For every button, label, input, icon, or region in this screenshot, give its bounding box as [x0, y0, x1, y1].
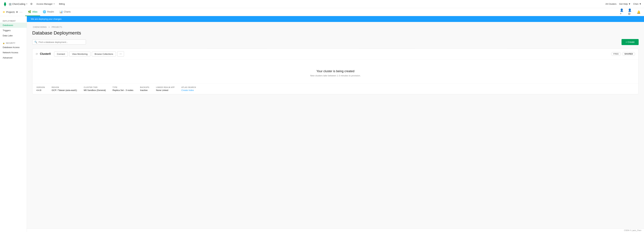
- databases-label: Databases: [3, 24, 13, 26]
- footer-backups: BACKUPS Inactive: [140, 86, 149, 92]
- user-menu[interactable]: Chen ▼: [633, 3, 641, 5]
- charts-tab-icon: 📊: [60, 10, 63, 13]
- deploy-banner: We are deploying your changes: [27, 16, 644, 22]
- realm-tab-label: Realm: [47, 10, 54, 13]
- project-selector[interactable]: 📁 Project1 ▼: [3, 11, 18, 13]
- tab-charts[interactable]: 📊 Charts: [57, 8, 73, 16]
- cluster-badges: FREE SHARED: [611, 52, 635, 56]
- loading-icon: ⟳: [36, 52, 38, 56]
- org-name[interactable]: 🏢 ChenCoding ▼: [9, 3, 28, 5]
- cluster-more-button[interactable]: ···: [117, 51, 124, 57]
- breadcrumb-org: CHENCODING: [33, 26, 47, 28]
- project-name-label: Project1: [6, 11, 15, 13]
- tab-realm[interactable]: 🌐 Realm: [40, 8, 56, 16]
- user-chevron-icon: ▼: [639, 3, 641, 5]
- cluster-body: Your cluster is being created New cluste…: [32, 59, 638, 84]
- mongodb-logo-icon: [3, 2, 8, 6]
- all-clusters-link[interactable]: All Clusters: [606, 3, 616, 5]
- page-title: Database Deployments: [32, 30, 639, 36]
- cluster-header: ⟳ Cluster0 Connect View Monitoring Brows…: [32, 49, 638, 59]
- charts-tab-label: Charts: [64, 10, 71, 13]
- get-help-label: Get Help: [619, 3, 628, 5]
- datalake-label: Data Lake: [3, 34, 12, 37]
- atlas-tab-label: Atlas: [32, 10, 38, 13]
- region-value: GCP / Taiwan (asia-east1): [52, 89, 77, 92]
- footer-atlas-search: ATLAS SEARCH Create Index: [182, 86, 196, 92]
- backups-label: BACKUPS: [140, 86, 149, 88]
- project-icon: 📁: [3, 11, 5, 13]
- connect-button[interactable]: Connect: [54, 52, 68, 56]
- cluster-card: ⟳ Cluster0 Connect View Monitoring Brows…: [32, 48, 639, 94]
- second-nav-right: 👤+ 👤⚙ 🔔: [620, 9, 641, 15]
- access-manager-nav[interactable]: Access Manager ▼: [35, 2, 56, 6]
- atlas-tab-icon: 🌿: [28, 10, 31, 13]
- deployment-section-title: DEPLOYMENT: [0, 19, 27, 23]
- org-chevron-icon: ▼: [26, 3, 28, 5]
- deployment-label: DEPLOYMENT: [3, 20, 16, 22]
- tab-atlas[interactable]: 🌿 Atlas: [25, 8, 40, 16]
- realm-tab-icon: 🌐: [43, 10, 46, 13]
- access-chevron-icon: ▼: [53, 3, 55, 5]
- atlas-search-label: ATLAS SEARCH: [182, 86, 196, 88]
- cluster-actions: Connect View Monitoring Browse Collectio…: [54, 51, 124, 57]
- sidebar-item-datalake[interactable]: Data Lake: [0, 33, 27, 38]
- linked-realm-label: LINKED REALM APP: [156, 86, 175, 88]
- view-monitoring-button[interactable]: View Monitoring: [69, 52, 90, 56]
- version-value: 4.4.8: [36, 89, 45, 92]
- tab-list: 🌿 Atlas 🌐 Realm 📊 Charts: [25, 8, 73, 16]
- cluster-tier-label: CLUSTER TIER: [84, 86, 106, 88]
- security-label: SECURITY: [6, 42, 16, 44]
- project-more-dots[interactable]: ⋯: [20, 10, 22, 14]
- sidebar-item-advanced[interactable]: Advanced: [0, 55, 27, 60]
- triggers-label: Triggers: [3, 29, 10, 32]
- sidebar-item-databases[interactable]: Databases: [0, 23, 27, 28]
- user-name-label: Chen: [633, 3, 638, 5]
- content-area: CHENCODING > PROJECT1 Database Deploymen…: [27, 22, 644, 98]
- lock-icon: 🔒: [3, 42, 5, 44]
- cluster-footer: VERSION 4.4.8 REGION GCP / Taiwan (asia-…: [32, 84, 638, 94]
- search-input[interactable]: [38, 41, 84, 43]
- version-label: VERSION: [36, 86, 45, 88]
- cluster-tier-value: M0 Sandbox (General): [84, 89, 106, 92]
- top-nav: 🏢 ChenCoding ▼ ⚙ Access Manager ▼ Billin…: [0, 0, 644, 8]
- shared-badge: SHARED: [622, 52, 635, 56]
- region-label: REGION: [52, 86, 77, 88]
- cluster-name: Cluster0: [40, 52, 51, 55]
- settings-icon[interactable]: ⚙: [29, 2, 34, 6]
- org-icon: 🏢: [9, 3, 12, 5]
- search-box[interactable]: 🔍: [32, 39, 86, 45]
- get-help-button[interactable]: Get Help ▼: [619, 3, 630, 5]
- org-name-label: ChenCoding: [12, 3, 25, 5]
- sidebar-item-triggers[interactable]: Triggers: [0, 28, 27, 33]
- network-access-label: Network Access: [3, 51, 18, 54]
- security-section-title: 🔒 SECURITY: [0, 41, 27, 45]
- cluster-creating-title: Your cluster is being created: [316, 70, 354, 73]
- project-chevron-icon: ▼: [16, 11, 18, 13]
- billing-label: Billing: [59, 3, 65, 5]
- billing-nav[interactable]: Billing: [58, 2, 66, 6]
- backups-value: Inactive: [140, 89, 149, 92]
- breadcrumb[interactable]: CHENCODING > PROJECT1: [32, 26, 639, 28]
- sidebar-item-database-access[interactable]: Database Access: [0, 45, 27, 50]
- notifications-icon[interactable]: 🔔: [636, 9, 641, 15]
- page-footer: CSDN © | jack_Chen: [27, 229, 644, 232]
- footer-text: CSDN © | jack_Chen: [624, 229, 641, 231]
- svg-rect-0: [5, 5, 5, 6]
- browse-collections-button[interactable]: Browse Collections: [92, 52, 116, 56]
- invite-user-icon[interactable]: 👤+: [620, 9, 625, 15]
- footer-type: TYPE Replica Set - 3 nodes: [112, 86, 133, 92]
- footer-region: REGION GCP / Taiwan (asia-east1): [52, 86, 77, 92]
- search-icon: 🔍: [34, 41, 37, 43]
- type-label: TYPE: [112, 86, 133, 88]
- breadcrumb-project: PROJECT1: [52, 26, 62, 28]
- sidebar-item-network-access[interactable]: Network Access: [0, 50, 27, 55]
- user-preferences-icon[interactable]: 👤⚙: [628, 9, 633, 15]
- linked-realm-value: None Linked: [156, 89, 175, 92]
- footer-cluster-tier: CLUSTER TIER M0 Sandbox (General): [84, 86, 106, 92]
- cluster-creating-subtitle: New clusters take between 1-3 minutes to…: [310, 74, 361, 77]
- database-access-label: Database Access: [3, 46, 20, 49]
- create-button[interactable]: + Create: [622, 39, 639, 45]
- type-value: Replica Set - 3 nodes: [112, 89, 133, 92]
- atlas-search-value[interactable]: Create Index: [182, 89, 196, 92]
- access-manager-label: Access Manager: [36, 3, 53, 5]
